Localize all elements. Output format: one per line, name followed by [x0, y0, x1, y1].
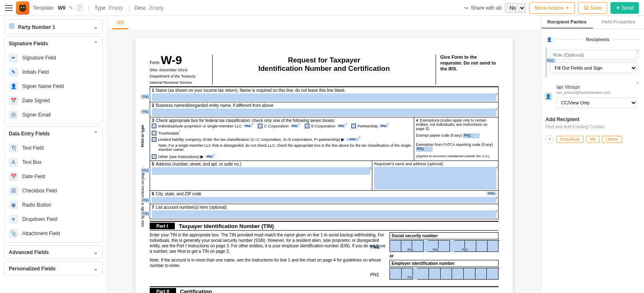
chk-other[interactable]: Other (see instructions) ▶PN1× — [152, 154, 214, 159]
desc-label: Desc — [135, 5, 146, 11]
person-icon: 👤 — [9, 82, 18, 91]
send-button[interactable]: ✈Send — [610, 2, 639, 14]
data-entry-fields-header[interactable]: Data Entry Fields ⌃ — [5, 127, 102, 140]
svg-point-1 — [23, 7, 25, 8]
field-business[interactable]: PN1× — [152, 109, 496, 116]
chevron-down-icon: ⌄ — [93, 249, 98, 255]
right-panel: Recipient Parties Field Properties 👤 Rec… — [541, 16, 644, 293]
initials-icon: ✎ — [9, 67, 18, 77]
chevron-down-icon: ⌄ — [93, 265, 98, 272]
document-tab-w9[interactable]: W9 — [112, 17, 128, 29]
advanced-fields-header[interactable]: Advanced Fields ⌄ — [5, 246, 102, 259]
chk-ccorp[interactable]: C CorporationPN1× — [258, 124, 299, 128]
recipient-card-2: × 👤 Ian Vinson ian_vinson@foxitsoftware.… — [545, 82, 640, 112]
menu-icon[interactable] — [5, 5, 13, 11]
remove-recipient-icon[interactable]: × — [636, 80, 639, 86]
document-viewport[interactable]: Form W-9 (Rev. December 2014) Department… — [107, 29, 541, 293]
party-color-chip — [9, 23, 15, 29]
field-name[interactable]: PN1× — [152, 93, 496, 101]
save-icon: 🖫 — [584, 5, 589, 11]
field-address[interactable]: PN1× — [152, 167, 370, 175]
chevron-down-icon: ⌄ — [93, 23, 98, 30]
signature-field-item[interactable]: ✒Signature Field — [5, 51, 102, 65]
radio-button-item[interactable]: ◉Radio Button — [5, 198, 102, 212]
remove-recipient-icon[interactable]: × — [636, 48, 639, 53]
chk-individual[interactable]: Individual/sole proprietor or single-mem… — [152, 124, 252, 128]
chip-others[interactable]: Others — [602, 136, 622, 143]
type-label: Type — [94, 5, 105, 11]
delete-field-icon[interactable]: × — [496, 92, 498, 96]
chk-trust[interactable]: Trust/estate× — [152, 131, 179, 135]
field-city[interactable]: PN1× — [152, 197, 496, 203]
template-name: W9 — [58, 5, 65, 11]
text-field-icon: T| — [9, 143, 18, 153]
signature-fields-header[interactable]: Signature Fields ⌃ — [5, 37, 102, 50]
top-bar: Template: W9 ✎ ? | Type Empty | Desc Emp… — [0, 0, 644, 16]
chip-party-role[interactable]: Party/Role — [556, 136, 584, 143]
checkbox-field-item[interactable]: ☑Checkbox Field — [5, 184, 102, 198]
recipient-card-1: × PN1 Fill Out Fields and Sign — [545, 47, 640, 78]
person-icon: 👤 — [545, 36, 553, 43]
attachment-field-item[interactable]: 📎Attachment Field — [5, 226, 102, 241]
avatar-icon: 👤 — [545, 93, 552, 100]
delete-field-icon[interactable]: × — [496, 107, 498, 111]
template-label: Template: — [33, 5, 55, 11]
text-field-item[interactable]: T|Text Field — [5, 141, 102, 155]
document-page[interactable]: Form W-9 (Rev. December 2014) Department… — [135, 38, 513, 293]
text-box-item[interactable]: AText Box — [5, 155, 102, 169]
field-ein[interactable]: PN1 PN1 × — [390, 268, 499, 280]
save-button[interactable]: 🖫Save — [578, 2, 607, 14]
personalized-fields-header[interactable]: Personalized Fields ⌄ — [5, 262, 102, 275]
fields-sidebar: Party Number 1 ⌄ Signature Fields ⌃ ✒Sig… — [0, 16, 107, 293]
party-selector[interactable]: Party Number 1 ⌄ — [5, 20, 102, 34]
tab-field-properties[interactable]: Field Properties — [593, 16, 644, 29]
signer-email-item[interactable]: @Signer Email — [5, 108, 102, 122]
checkbox-icon: ☑ — [9, 186, 18, 195]
email-icon: @ — [9, 110, 18, 119]
attachment-icon: 📎 — [9, 229, 18, 238]
help-icon[interactable]: ? — [76, 5, 83, 11]
chevron-up-icon: ⌃ — [93, 130, 98, 137]
send-icon: ✈ — [616, 5, 620, 11]
role-select[interactable]: Fill Out Fields and Sign — [550, 62, 637, 73]
field-exempt-code[interactable]: PN1 — [463, 133, 480, 138]
role-select-2[interactable]: CC/View Only — [556, 97, 637, 108]
desc-value: Empty — [149, 5, 164, 11]
chevron-up-icon: ⌃ — [93, 40, 98, 47]
tab-recipient-parties[interactable]: Recipient Parties — [541, 16, 593, 29]
calendar-icon: 📅 — [9, 172, 18, 181]
add-recipient-heading: Add Recipient — [545, 117, 640, 122]
document-canvas: W9 Form W-9 (Rev. December 2014) Departm… — [107, 16, 541, 293]
share-select[interactable]: No — [505, 3, 526, 13]
field-requester[interactable]: × — [374, 167, 496, 189]
field-ssn[interactable]: PN1 PN1 PN1 PN1 PN1 × — [390, 240, 499, 252]
app-logo[interactable] — [16, 1, 29, 15]
dropdown-field-item[interactable]: ▾Dropdown Field — [5, 212, 102, 226]
role-input[interactable] — [550, 50, 637, 60]
add-recipient-button[interactable]: + — [545, 135, 554, 143]
svg-point-0 — [21, 7, 22, 8]
initials-field-item[interactable]: ✎Initials Field — [5, 65, 102, 79]
type-value: Empty — [109, 5, 123, 11]
radio-icon: ◉ — [9, 200, 18, 210]
edit-name-icon[interactable]: ✎ — [69, 5, 73, 11]
signer-name-field-item[interactable]: 👤Signer Name Field — [5, 79, 102, 93]
field-account[interactable]: PN1× — [152, 210, 496, 218]
more-actions-button[interactable]: More Actions▼ — [529, 2, 574, 14]
chk-llc[interactable]: Limited liability company. Enter the tax… — [152, 137, 359, 142]
dropdown-icon: ▾ — [9, 215, 18, 224]
share-with-all: ↪ Share with all: No — [464, 3, 526, 13]
date-field-item[interactable]: 📅Date Field — [5, 169, 102, 184]
share-icon: ↪ — [464, 5, 468, 11]
calendar-icon: 📅 — [9, 96, 18, 105]
signature-icon: ✒ — [9, 53, 18, 62]
chip-me[interactable]: Me — [586, 136, 600, 143]
date-signed-item[interactable]: 📅Date Signed — [5, 93, 102, 108]
text-box-icon: A — [9, 158, 18, 167]
chk-partnership[interactable]: PartnershipPN1× — [351, 124, 388, 128]
find-contact-link[interactable]: Find and Add Existing Contact — [545, 124, 640, 129]
chk-scorp[interactable]: S CorporationPN1× — [305, 124, 345, 128]
document-tabs: W9 — [107, 16, 541, 29]
field-fatca-code[interactable]: PN1 — [416, 147, 433, 152]
